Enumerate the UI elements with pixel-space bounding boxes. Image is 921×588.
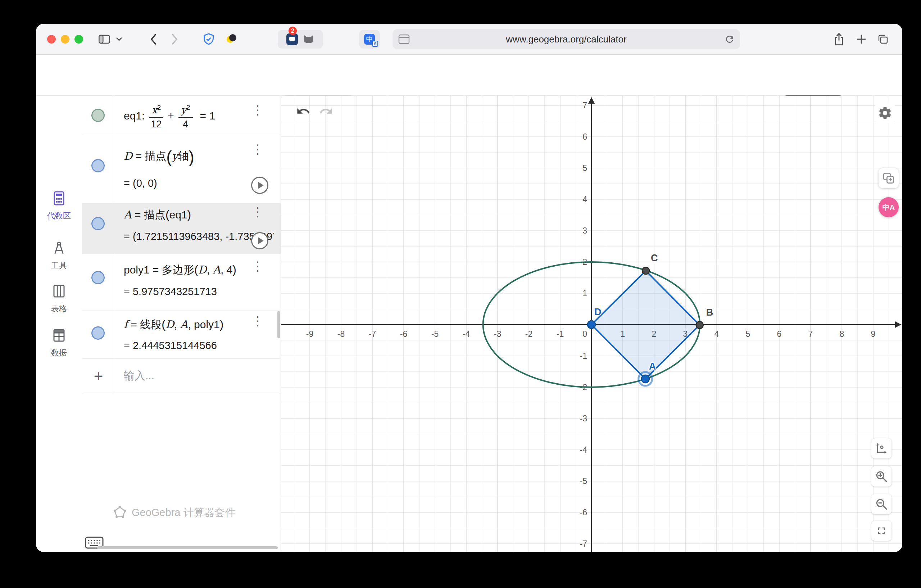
value-poly1: = 5.9757343251713 (124, 286, 274, 298)
redo-button[interactable] (318, 103, 334, 119)
row-content: eq1:x212+y24= 1 ⋮ (115, 96, 281, 134)
svg-text:-2: -2 (525, 329, 532, 339)
url-text: www.geogebra.org/calculator (506, 34, 626, 45)
svg-text:5: 5 (583, 163, 587, 173)
visibility-toggle-poly1[interactable] (91, 271, 105, 284)
browser-window: 2 中 A www.geogebra.org/calculator (36, 24, 902, 552)
point-label-C: C (651, 252, 658, 264)
svg-text:-1: -1 (557, 329, 564, 339)
new-tab-button[interactable] (853, 32, 869, 46)
sidebar-label-algebra: 代数区 (47, 210, 71, 221)
definition-f: f = 线段(D, A, poly1) (124, 318, 223, 332)
share-button[interactable] (831, 32, 847, 46)
point-label-B: B (706, 307, 713, 318)
visibility-toggle-D[interactable] (91, 159, 105, 173)
graph-view[interactable]: -9-8-7-6-5-4-3-2-1123456789-7-6-5-4-3-2-… (281, 96, 902, 552)
row-content: poly1 = 多边形(D, A, 4) = 5.9757343251713 ⋮ (115, 254, 281, 311)
row-menu-icon[interactable]: ⋮ (251, 104, 264, 117)
visibility-toggle-eq1[interactable] (91, 109, 105, 122)
svg-text:5: 5 (746, 329, 750, 339)
point-label-D: D (594, 306, 602, 318)
algebra-row-f[interactable]: f = 线段(D, A, poly1) = 2.4445315144566 ⋮ (82, 311, 281, 359)
back-button[interactable] (145, 32, 161, 46)
svg-text:-6: -6 (580, 508, 587, 517)
zoom-button[interactable] (75, 35, 83, 44)
table-icon (52, 283, 66, 300)
shield-icon[interactable] (201, 32, 216, 46)
dark-mode-icon[interactable] (224, 33, 237, 46)
algebra-row-A[interactable]: A = 描点(eq1) = (1.7215113963483, -1.73554… (82, 203, 281, 254)
tab-overview-button[interactable] (875, 32, 891, 46)
horizontal-scrollbar[interactable] (97, 546, 278, 549)
fullscreen-button[interactable] (871, 521, 892, 541)
row-menu-icon[interactable]: ⋮ (251, 143, 264, 156)
row-content: f = 线段(D, A, poly1) = 2.4445315144566 ⋮ (115, 311, 281, 358)
visibility-toggle-A[interactable] (91, 217, 105, 230)
row-menu-icon[interactable]: ⋮ (251, 205, 264, 218)
svg-text:-1: -1 (580, 351, 587, 361)
row-content: A = 描点(eq1) = (1.7215113963483, -1.73554… (115, 203, 281, 254)
minimize-button[interactable] (61, 35, 70, 44)
browser-toolbar: 2 中 A www.geogebra.org/calculator (36, 24, 902, 55)
standard-view-button[interactable] (871, 438, 892, 458)
svg-text:1: 1 (583, 288, 587, 298)
extension-icon-mask[interactable] (303, 33, 314, 46)
visibility-toggle-f[interactable] (91, 326, 105, 340)
row-menu-icon[interactable]: ⋮ (251, 314, 264, 327)
translate-float-label: 中A (882, 203, 895, 212)
sidebar-item-data[interactable]: 数据 (36, 328, 82, 358)
add-icon: + (94, 367, 103, 385)
svg-text:-8: -8 (337, 329, 345, 339)
svg-text:-3: -3 (494, 329, 501, 339)
vertical-scrollbar[interactable] (277, 311, 280, 338)
definition-A: A = 描点(eq1) (124, 208, 191, 222)
sidebar-item-tools[interactable]: 工具 (36, 240, 82, 271)
svg-text:7: 7 (583, 101, 587, 110)
sidebar-label-tools: 工具 (51, 260, 67, 271)
extension-icon-cards[interactable] (286, 33, 298, 45)
svg-text:-4: -4 (463, 329, 470, 339)
zoom-in-button[interactable] (871, 466, 892, 487)
algebra-input[interactable]: 输入... (115, 359, 281, 393)
svg-text:-7: -7 (369, 329, 376, 339)
sidebar-item-algebra[interactable]: 代数区 (36, 191, 82, 221)
url-field[interactable]: www.geogebra.org/calculator (392, 29, 740, 49)
algebra-row-eq1[interactable]: eq1:x212+y24= 1 ⋮ (82, 96, 281, 134)
graph-canvas[interactable]: -9-8-7-6-5-4-3-2-1123456789-7-6-5-4-3-2-… (281, 96, 902, 552)
marble-cell (82, 134, 115, 203)
translate-float-button[interactable]: 中A (879, 197, 899, 217)
algebra-row-D[interactable]: D = 描点(y轴) = (0, 0) ⋮ (82, 134, 281, 203)
sidebar-toggle-button[interactable] (96, 32, 112, 46)
reload-button[interactable] (724, 34, 735, 46)
sidebar-chevron-icon[interactable] (114, 32, 124, 46)
svg-text:6: 6 (777, 329, 782, 339)
extensions-group: 2 (278, 30, 323, 49)
sidebar-item-table[interactable]: 表格 (36, 283, 82, 314)
play-button-D[interactable] (251, 177, 268, 194)
extension-badge: 2 (288, 27, 297, 35)
point-C[interactable]: C (642, 252, 658, 274)
snip-widget-button[interactable] (879, 168, 899, 188)
marble-cell (82, 254, 115, 311)
algebra-row-poly1[interactable]: poly1 = 多边形(D, A, 4) = 5.9757343251713 ⋮ (82, 254, 281, 311)
svg-text:-7: -7 (580, 539, 587, 549)
zoom-out-button[interactable] (871, 494, 892, 514)
translate-a-icon: A (372, 41, 378, 47)
polygon-poly1[interactable] (591, 270, 700, 379)
svg-text:3: 3 (583, 226, 587, 235)
page-settings-icon[interactable] (398, 34, 410, 46)
translate-extension-button[interactable]: 中 A (359, 30, 380, 49)
row-menu-icon[interactable]: ⋮ (251, 260, 264, 273)
settings-button[interactable] (875, 103, 895, 123)
play-button-A[interactable] (251, 232, 268, 249)
svg-text:-3: -3 (580, 414, 587, 423)
geogebra-watermark: GeoGebra 计算器套件 (113, 505, 235, 520)
algebra-input-row[interactable]: + 输入... (82, 359, 281, 393)
undo-button[interactable] (295, 103, 311, 119)
svg-text:0: 0 (583, 329, 587, 339)
marble-cell (82, 96, 115, 134)
row-content: D = 描点(y轴) = (0, 0) ⋮ (115, 134, 281, 203)
close-button[interactable] (47, 35, 56, 44)
forward-button[interactable] (167, 32, 183, 46)
svg-text:-4: -4 (580, 445, 587, 454)
